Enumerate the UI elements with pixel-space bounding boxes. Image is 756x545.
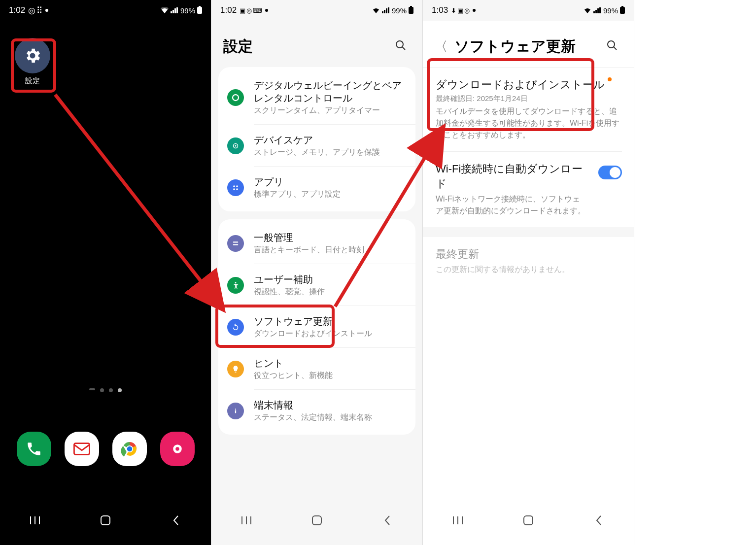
svg-rect-39 [524,516,533,525]
svg-point-16 [233,95,239,101]
row-title: 端末情報 [254,399,407,411]
home-button[interactable] [91,515,120,526]
svg-rect-33 [621,6,623,7]
svg-line-15 [402,47,405,50]
dock [0,432,211,466]
settings-app[interactable]: 設定 [15,38,50,86]
svg-point-26 [235,409,236,409]
settings-row-tips[interactable]: ヒント 役立つヒント、新機能 [218,348,415,390]
back-button[interactable] [161,515,191,526]
settings-label: 設定 [15,76,50,86]
svg-point-5 [127,446,132,452]
nav-bar [0,496,211,545]
svg-rect-0 [197,7,202,14]
svg-rect-13 [410,6,412,7]
status-bar: 1:03 ⬇ ▣ ◎ 99% [423,0,634,21]
svg-rect-12 [409,7,413,14]
status-bar: 1:02 ◎ ⠿ 99% [0,0,211,21]
auto-download-item[interactable]: Wi-Fi接続時に自動ダウンロード Wi-Fiネットワーク接続時に、ソフトウェア… [423,152,634,227]
more-dot-icon [473,9,476,12]
recents-button[interactable] [232,516,261,525]
svg-rect-32 [620,7,625,14]
nav-bar [211,496,422,545]
apps-icon: ⠿ [36,5,42,16]
settings-row-accessibility[interactable]: ユーザー補助 視認性、聴覚、操作 [218,264,415,306]
screenshot-icon: ▣ [240,7,245,14]
clock: 1:03 [432,5,448,15]
row-sub: スクリーンタイム、アプリタイマー [254,105,407,116]
home-button[interactable] [302,515,332,526]
svg-point-25 [235,282,237,283]
gear-icon [15,38,50,73]
item-desc: モバイルデータを使用してダウンロードすると、追加料金が発生する可能性があります。… [436,105,621,141]
svg-rect-24 [233,244,239,245]
svg-rect-2 [74,443,89,455]
svg-point-18 [235,145,237,146]
home-screen[interactable]: 設定 [0,21,211,545]
row-title: アプリ [254,175,407,188]
accessibility-icon [227,277,244,294]
clock: 1:02 [220,5,237,15]
keyboard-icon: ⌨ [253,7,262,14]
wifi-icon [161,6,169,15]
info-icon [227,403,244,419]
search-button[interactable] [391,35,411,57]
signal-icon [171,6,178,15]
svg-rect-11 [101,516,110,525]
settings-row-wellbeing[interactable]: デジタルウェルビーイングとペアレンタルコントロール スクリーンタイム、アプリタイ… [218,70,415,125]
nav-bar [423,496,634,545]
recents-button[interactable] [20,516,50,525]
mail-app[interactable] [65,432,99,466]
settings-row-update[interactable]: ソフトウェア更新 ダウンロードおよびインストール [218,306,415,348]
svg-rect-1 [199,6,201,7]
battery-percent: 99% [180,6,195,15]
wifi-icon [372,6,380,15]
header: 設定 [211,21,422,67]
back-button[interactable]: 〈 [435,38,447,55]
row-title: 一般管理 [254,231,407,244]
notification-dot-icon [608,77,612,81]
settings-row-general[interactable]: 一般管理 言語とキーボード、日付と時刻 [218,222,415,264]
row-sub: 視認性、聴覚、操作 [254,287,407,297]
search-button[interactable] [602,35,622,57]
back-button[interactable] [584,515,614,526]
camera-app[interactable] [160,432,195,466]
page-indicator [0,388,211,392]
svg-point-21 [233,188,235,190]
screenshot-icon: ▣ [457,7,463,14]
item-title: 最終更新 [436,247,479,262]
svg-point-7 [175,447,179,451]
phone-app[interactable] [17,432,51,466]
download-install-item[interactable]: ダウンロードおよびインストール 最終確認日: 2025年1月24日 モバイルデー… [423,68,634,151]
svg-point-20 [236,185,238,187]
row-sub: 言語とキーボード、日付と時刻 [254,245,407,255]
more-dot-icon [45,9,48,12]
item-desc: Wi-Fiネットワーク接続時に、ソフトウェア更新が自動的にダウンロードされます。 [436,193,621,217]
svg-point-19 [233,185,235,187]
chrome-app[interactable] [112,432,147,466]
tips-icon [227,361,244,377]
settings-row-devicecare[interactable]: デバイスケア ストレージ、メモリ、アプリを保護 [218,125,415,167]
row-sub: ダウンロードおよびインストール [254,329,407,339]
clock: 1:02 [9,5,25,15]
status-bar: 1:02 ▣ ◎ ⌨ 99% [211,0,422,21]
row-title: デジタルウェルビーイングとペアレンタルコントロール [254,79,407,104]
settings-row-apps[interactable]: アプリ 標準アプリ、アプリ設定 [218,167,415,208]
battery-percent: 99% [392,6,407,15]
auto-download-toggle[interactable] [598,166,622,179]
general-icon [227,235,244,252]
row-sub: 役立つヒント、新機能 [254,371,407,381]
item-desc: この更新に関する情報がありません。 [436,264,621,275]
home-button[interactable] [514,515,543,526]
signal-icon [593,6,601,15]
row-title: ヒント [254,357,407,370]
recents-button[interactable] [443,516,473,525]
svg-rect-27 [235,410,236,413]
battery-icon [620,6,625,15]
back-button[interactable] [373,515,402,526]
page-title: ソフトウェア更新 [454,36,602,57]
settings-row-about[interactable]: 端末情報 ステータス、法定情報、端末名称 [218,390,415,432]
page-title: 設定 [223,36,391,57]
row-sub: ストレージ、メモリ、アプリを保護 [254,147,407,158]
row-sub: 標準アプリ、アプリ設定 [254,189,407,200]
